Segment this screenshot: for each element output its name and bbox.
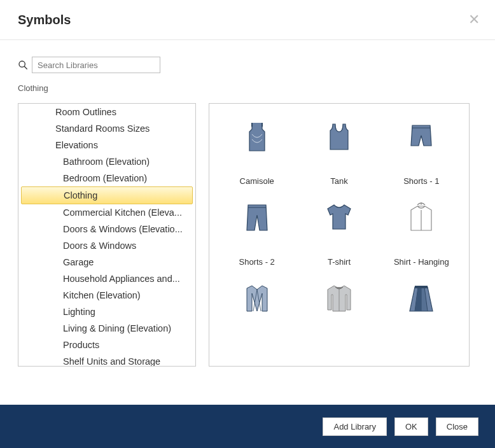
tree-item[interactable]: Standard Rooms Sizes [18, 120, 195, 137]
symbol-label: Tank [330, 176, 347, 186]
svg-line-1 [24, 66, 27, 69]
footer: Add Library OK Close [0, 405, 495, 448]
symbol-item[interactable]: Camisole [216, 114, 298, 195]
tank-icon [319, 119, 359, 155]
breadcrumb: Clothing [0, 78, 495, 103]
tree-item[interactable]: Products [18, 337, 195, 353]
shorts2-icon [237, 200, 277, 235]
page-title: Symbols [18, 13, 71, 27]
tree-item[interactable]: Garage [18, 254, 195, 270]
tree-item[interactable]: Doors & Windows [18, 237, 195, 254]
shorts1-icon [401, 119, 442, 155]
close-icon[interactable]: ✕ [468, 11, 480, 28]
tree-item[interactable]: Bedroom (Elevation) [18, 170, 195, 186]
tree-pane: Room OutlinesStandard Rooms SizesElevati… [18, 103, 196, 367]
tshirt-icon [319, 200, 359, 235]
add-library-button[interactable]: Add Library [323, 417, 386, 436]
symbol-item[interactable] [216, 276, 298, 325]
symbol-item[interactable]: T-shirt [298, 195, 380, 276]
tree-item[interactable]: Bathroom (Elevation) [18, 153, 195, 170]
tree-item[interactable]: Kitchen (Elevation) [18, 287, 195, 304]
symbol-label: T-shirt [328, 257, 351, 267]
tree-item[interactable]: Clothing [21, 186, 193, 204]
jacket-icon [319, 281, 359, 316]
symbol-label: Shorts - 1 [403, 176, 439, 186]
symbol-label: Shorts - 2 [239, 257, 274, 267]
tree-item[interactable]: Household Appliances and... [18, 270, 195, 287]
tree-scroll[interactable]: Room OutlinesStandard Rooms SizesElevati… [18, 104, 195, 366]
symbol-label: Shirt - Hanging [394, 257, 449, 267]
symbols-scroll[interactable]: CamisoleTankShorts - 1Shorts - 2T-shirtS… [209, 104, 469, 366]
symbol-item[interactable]: Shorts - 1 [380, 114, 463, 195]
symbol-item[interactable]: Tank [298, 114, 380, 195]
search-icon [18, 60, 28, 70]
tree-item[interactable]: Room Outlines [18, 104, 195, 120]
close-button[interactable]: Close [436, 417, 478, 436]
tree-item[interactable]: Shelf Units and Storage [18, 353, 195, 366]
symbol-item[interactable] [298, 276, 380, 325]
tree-item[interactable]: Lighting [18, 304, 195, 320]
symbol-label: Camisole [240, 176, 274, 186]
symbol-item[interactable] [380, 276, 463, 325]
cardigan-icon [237, 281, 277, 316]
search-input[interactable] [32, 57, 160, 73]
tree-item[interactable]: Doors & Windows (Elevatio... [18, 221, 195, 237]
tree-item[interactable]: Living & Dining (Elevation) [18, 320, 195, 337]
svg-point-0 [19, 61, 25, 67]
symbol-item[interactable]: Shorts - 2 [216, 195, 298, 276]
symbols-pane: CamisoleTankShorts - 1Shorts - 2T-shirtS… [209, 103, 470, 367]
tree-item[interactable]: Elevations [18, 137, 195, 153]
skirt-icon [401, 281, 442, 316]
tree-item[interactable]: Commercial Kitchen (Eleva... [18, 204, 195, 221]
svg-rect-8 [415, 286, 428, 288]
ok-button[interactable]: OK [394, 417, 428, 436]
shirt-hanging-icon [401, 200, 442, 235]
symbol-item[interactable]: Shirt - Hanging [380, 195, 463, 276]
camisole-icon [237, 119, 277, 155]
